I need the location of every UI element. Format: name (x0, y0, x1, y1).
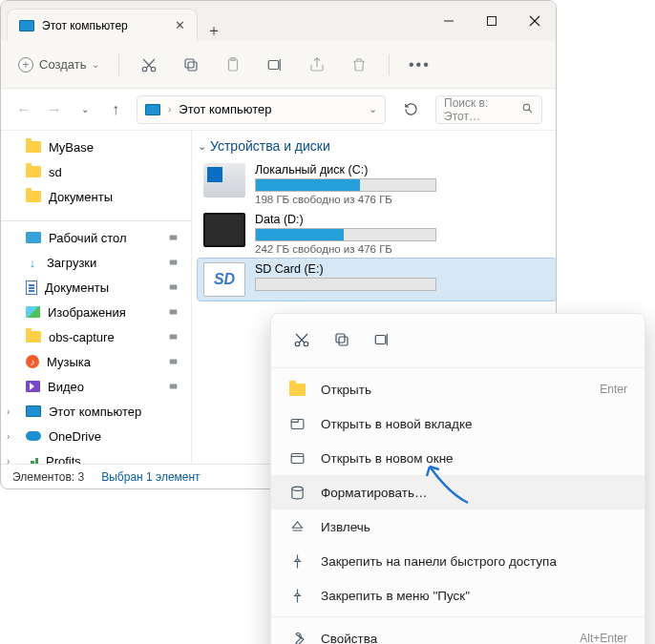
tab-this-pc[interactable]: Этот компьютер ✕ (7, 9, 198, 41)
nav-item-pictures[interactable]: Изображения (1, 300, 191, 324)
address-path: Этот компьютер (179, 102, 271, 116)
window-controls (427, 1, 556, 41)
back-button[interactable]: ← (14, 101, 33, 118)
nav-item-video[interactable]: Видео (1, 374, 191, 399)
usage-bar (255, 228, 436, 241)
tabs-area: Этот компьютер ✕ ＋ (1, 1, 427, 41)
nav-item-documents[interactable]: Документы (1, 184, 191, 209)
more-icon[interactable]: ••• (401, 49, 437, 81)
drive-free: 198 ГБ свободно из 476 ГБ (255, 194, 446, 205)
section-header[interactable]: ⌄ Устройства и диски (198, 136, 556, 159)
eject-icon (288, 519, 306, 535)
this-pc-icon (19, 20, 34, 31)
share-icon[interactable] (299, 49, 335, 81)
document-icon (26, 280, 37, 295)
ctx-format[interactable]: Форматировать… (271, 475, 644, 509)
svg-rect-10 (269, 60, 280, 69)
svg-rect-15 (336, 334, 345, 343)
rename-icon[interactable] (257, 49, 293, 81)
cut-icon[interactable] (285, 323, 319, 356)
nav-item-thispc[interactable]: ›Этот компьютер (1, 399, 191, 424)
chevron-right-icon[interactable]: › (7, 456, 10, 465)
this-pc-icon (145, 104, 160, 115)
divider (118, 54, 119, 75)
address-bar[interactable]: › Этот компьютер ⌄ (137, 95, 386, 124)
collapse-icon[interactable]: ⌄ (198, 140, 206, 153)
cloud-icon (26, 431, 41, 441)
nav-item-onedrive[interactable]: ›OneDrive (1, 424, 191, 448)
copy-icon[interactable] (325, 323, 359, 356)
pictures-icon (26, 306, 40, 318)
svg-point-11 (523, 104, 530, 111)
windows-drive-icon (203, 163, 245, 197)
usage-bar (255, 278, 436, 291)
pin-icon (288, 553, 306, 570)
context-quick-actions (271, 320, 644, 364)
svg-point-13 (304, 342, 308, 346)
folder-icon (26, 141, 41, 153)
toolbar: + Создать ⌄ ••• (1, 41, 556, 89)
hdd-icon (203, 213, 245, 247)
folder-icon (26, 166, 41, 177)
cut-icon[interactable] (131, 49, 167, 81)
drive-name: Data (D:) (255, 213, 446, 226)
divider (389, 54, 390, 75)
chart-icon (26, 455, 38, 465)
rename-icon[interactable] (365, 323, 399, 356)
window-icon (288, 450, 306, 467)
svg-rect-17 (291, 419, 304, 428)
paste-icon[interactable] (215, 49, 251, 81)
section-label: Устройства и диски (210, 138, 330, 154)
ctx-open-window[interactable]: Открыть в новом окне (271, 441, 644, 475)
maximize-button[interactable] (470, 1, 513, 41)
svg-rect-16 (375, 336, 386, 344)
drive-free: 242 ГБ свободно из 476 ГБ (255, 243, 446, 255)
drive-c[interactable]: Локальный диск (C:) 198 ГБ свободно из 4… (198, 159, 556, 209)
nav-pane: MyBase sd Документы Рабочий стол ↓Загруз… (1, 131, 192, 464)
new-tab-button[interactable]: ＋ (198, 21, 230, 41)
tab-icon (288, 416, 306, 432)
close-button[interactable] (513, 1, 556, 41)
ctx-pin-start[interactable]: Закрепить в меню "Пуск" (271, 578, 644, 613)
svg-rect-14 (339, 337, 348, 345)
nav-item-desktop[interactable]: Рабочий стол (1, 225, 191, 250)
nav-item-music[interactable]: ♪Музыка (1, 349, 191, 374)
new-label: Создать (39, 57, 86, 72)
sd-card-icon: SD (203, 262, 245, 297)
drive-e-sd[interactable]: SD SD Card (E:) (198, 259, 556, 301)
chevron-right-icon[interactable]: › (7, 431, 10, 442)
drive-d[interactable]: Data (D:) 242 ГБ свободно из 476 ГБ (198, 209, 556, 259)
chevron-down-icon[interactable]: ⌄ (369, 103, 377, 115)
search-input[interactable]: Поиск в: Этот… (435, 95, 542, 124)
new-button[interactable]: + Создать ⌄ (11, 53, 107, 76)
svg-point-19 (291, 487, 302, 490)
minimize-button[interactable] (427, 1, 470, 41)
chevron-right-icon: › (168, 104, 171, 114)
forward-button[interactable]: → (45, 101, 64, 118)
refresh-button[interactable] (397, 102, 424, 116)
delete-icon[interactable] (341, 49, 377, 81)
usage-bar (255, 178, 436, 192)
chevron-down-icon[interactable]: ⌄ (75, 104, 95, 114)
up-button[interactable]: ↑ (106, 101, 125, 118)
ctx-eject[interactable]: Извлечь (271, 509, 644, 544)
ctx-open-tab[interactable]: Открыть в новой вкладке (271, 406, 644, 441)
copy-icon[interactable] (173, 49, 209, 81)
chevron-right-icon[interactable]: › (7, 406, 10, 417)
ctx-properties[interactable]: СвойстваAlt+Enter (271, 621, 644, 644)
nav-item-documents[interactable]: Документы (1, 275, 191, 300)
svg-point-5 (152, 67, 157, 72)
svg-rect-6 (188, 62, 197, 71)
ctx-pin-quick[interactable]: Закрепить на панели быстрого доступа (271, 544, 644, 578)
nav-item-sd[interactable]: sd (1, 159, 191, 184)
video-icon (26, 381, 40, 392)
tab-close-icon[interactable]: ✕ (175, 18, 185, 32)
svg-rect-7 (185, 59, 194, 68)
selection-count: Выбран 1 элемент (101, 470, 200, 484)
svg-rect-18 (291, 453, 304, 463)
nav-item-mybase[interactable]: MyBase (1, 135, 191, 159)
nav-item-obs[interactable]: obs-capture (1, 324, 191, 349)
ctx-open[interactable]: ОткрытьEnter (271, 372, 644, 406)
nav-item-downloads[interactable]: ↓Загрузки (1, 250, 191, 275)
nav-item-profits[interactable]: ›Profits (1, 448, 191, 464)
